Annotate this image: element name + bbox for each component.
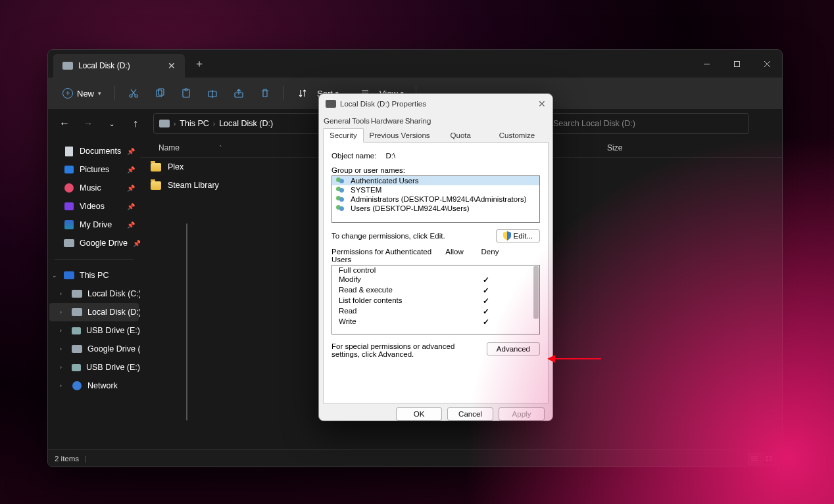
pin-icon: 📌 <box>127 221 135 229</box>
plus-icon: + <box>62 88 73 99</box>
back-button[interactable]: ← <box>55 114 74 133</box>
rename-icon[interactable] <box>201 83 224 104</box>
annotation-arrow <box>547 355 601 363</box>
group-item[interactable]: Authenticated Users <box>332 176 539 185</box>
chevron-right-icon[interactable]: › <box>60 290 62 297</box>
sidebar-item-network[interactable]: ›Network <box>49 377 139 395</box>
window-controls <box>691 50 782 78</box>
permission-row: List folder contents✓ <box>332 296 539 306</box>
svg-point-5 <box>135 95 137 97</box>
ok-button[interactable]: OK <box>396 407 442 421</box>
chevron-right-icon[interactable]: › <box>60 346 62 352</box>
tab-bar: Local Disk (D:) ✕ ＋ <box>48 50 782 78</box>
forward-button[interactable]: → <box>78 114 98 133</box>
sidebar-item-thispc[interactable]: ⌄This PC <box>49 266 139 285</box>
tab-general[interactable]: General <box>323 114 351 128</box>
group-item[interactable]: Users (DESKTOP-LM924L4\Users) <box>332 204 539 213</box>
sidebar-item-documents[interactable]: Documents📌 <box>49 142 139 160</box>
tab-quota[interactable]: Quota <box>435 128 485 143</box>
tab-customize[interactable]: Customize <box>485 128 549 143</box>
usb-icon <box>72 325 81 336</box>
sidebar-item-videos[interactable]: Videos📌 <box>49 197 139 216</box>
cut-icon[interactable] <box>122 83 145 104</box>
sidebar-scrollbar[interactable] <box>186 223 187 421</box>
close-icon[interactable]: ✕ <box>538 99 546 109</box>
advanced-hint: For special permissions or advanced sett… <box>331 342 481 358</box>
group-item[interactable]: SYSTEM <box>332 185 539 195</box>
svg-rect-23 <box>770 459 772 461</box>
svg-rect-22 <box>766 459 768 461</box>
document-icon <box>64 146 74 156</box>
security-panel: Object name: D:\ Group or user names: Au… <box>323 142 549 403</box>
chevron-right-icon[interactable]: › <box>60 364 62 371</box>
chevron-right-icon[interactable]: › <box>60 327 62 334</box>
breadcrumb-root[interactable]: This PC <box>180 119 208 128</box>
cancel-button[interactable]: Cancel <box>447 407 493 421</box>
item-count: 2 items <box>55 455 79 463</box>
share-icon[interactable] <box>227 83 251 104</box>
sidebar-item-pictures[interactable]: Pictures📌 <box>49 160 139 179</box>
recent-button[interactable]: ⌄ <box>102 114 122 133</box>
permissions-table: Full controlModify✓Read & execute✓List f… <box>331 265 540 334</box>
music-icon <box>64 183 74 193</box>
tab-sharing[interactable]: Sharing <box>405 114 432 128</box>
new-button[interactable]: + New ▾ <box>56 84 108 103</box>
properties-dialog: Local Disk (D:) Properties ✕ General Too… <box>318 93 553 421</box>
tab-hardware[interactable]: Hardware <box>370 114 405 128</box>
tab-previous-versions[interactable]: Previous Versions <box>364 128 436 143</box>
tab-tools[interactable]: Tools <box>351 114 370 128</box>
sidebar-item-local-disk-c[interactable]: ›Local Disk (C:) <box>49 285 139 303</box>
copy-icon[interactable] <box>148 83 172 104</box>
dialog-titlebar[interactable]: Local Disk (D:) Properties ✕ <box>319 94 552 114</box>
chevron-down-icon[interactable]: ⌄ <box>52 272 57 279</box>
sidebar-item-google-drive[interactable]: ›Google Drive ( <box>49 340 139 358</box>
sidebar-item-local-disk-d[interactable]: ›Local Disk (D:) <box>49 303 139 321</box>
disk-icon <box>72 307 82 317</box>
permission-row: Read & execute✓ <box>332 285 539 296</box>
chevron-right-icon: › <box>174 120 176 127</box>
sidebar-item-mydrive[interactable]: My Drive📌 <box>49 216 139 234</box>
icons-view-button[interactable] <box>762 453 775 465</box>
svg-rect-21 <box>770 456 772 458</box>
column-name[interactable]: Name <box>159 143 180 152</box>
sort-icon[interactable] <box>291 83 314 104</box>
network-icon <box>72 380 82 391</box>
users-icon <box>336 204 347 212</box>
close-window-button[interactable] <box>752 50 782 78</box>
chevron-right-icon[interactable]: › <box>60 382 62 389</box>
tab-local-disk-d[interactable]: Local Disk (D:) ✕ <box>53 54 185 78</box>
new-tab-button[interactable]: ＋ <box>194 57 205 71</box>
advanced-button[interactable]: Advanced <box>487 342 540 355</box>
permission-row: Write✓ <box>332 317 539 327</box>
apply-button[interactable]: Apply <box>499 407 545 421</box>
group-label: Group or user names: <box>331 166 540 174</box>
group-item[interactable]: Administrators (DESKTOP-LM924L4\Administ… <box>332 195 539 204</box>
sidebar-item-usb-e-2[interactable]: ›USB Drive (E:) <box>49 358 139 377</box>
close-tab-icon[interactable]: ✕ <box>168 60 176 71</box>
users-icon <box>336 186 347 194</box>
dialog-footer: OK Cancel Apply <box>319 403 552 427</box>
column-size[interactable]: Size <box>607 143 622 152</box>
permissions-for-label: Permissions for Authenticated Users <box>331 248 437 263</box>
sidebar-item-music[interactable]: Music📌 <box>49 179 139 197</box>
up-button[interactable]: ↑ <box>126 114 145 133</box>
breadcrumb-leaf[interactable]: Local Disk (D:) <box>219 119 273 128</box>
usb-icon <box>72 362 81 373</box>
disk-icon <box>64 238 74 248</box>
details-view-button[interactable] <box>748 453 761 465</box>
deny-header: Deny <box>472 248 508 263</box>
permissions-scrollbar[interactable] <box>533 266 539 319</box>
chevron-right-icon[interactable]: › <box>60 309 62 315</box>
edit-button[interactable]: Edit... <box>496 229 540 242</box>
minimize-button[interactable] <box>691 50 722 78</box>
paste-icon[interactable] <box>174 83 198 104</box>
disk-icon <box>326 99 336 109</box>
tab-security[interactable]: Security <box>323 128 364 143</box>
group-user-list[interactable]: Authenticated Users SYSTEM Administrator… <box>331 175 540 223</box>
maximize-button[interactable] <box>722 50 752 78</box>
sidebar-item-usb-e[interactable]: ›USB Drive (E:) <box>49 321 139 340</box>
sidebar-item-googledrive[interactable]: Google Drive📌 <box>49 234 139 252</box>
delete-icon[interactable] <box>253 83 277 104</box>
allow-header: Allow <box>437 248 472 263</box>
search-input[interactable]: Search Local Disk (D:) <box>532 113 749 134</box>
